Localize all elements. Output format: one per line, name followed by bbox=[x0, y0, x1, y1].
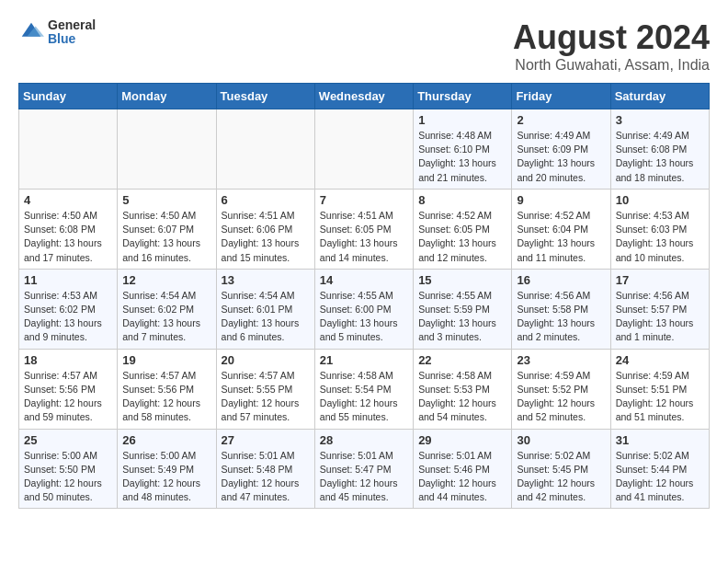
day-number: 6 bbox=[222, 193, 310, 207]
day-info: Sunrise: 4:58 AM Sunset: 5:53 PM Dayligh… bbox=[418, 369, 506, 425]
day-info: Sunrise: 4:49 AM Sunset: 6:09 PM Dayligh… bbox=[517, 129, 605, 185]
day-number: 13 bbox=[222, 273, 310, 287]
calendar-cell: 17Sunrise: 4:56 AM Sunset: 5:57 PM Dayli… bbox=[610, 269, 709, 349]
calendar-cell: 28Sunrise: 5:01 AM Sunset: 5:47 PM Dayli… bbox=[314, 429, 413, 509]
day-info: Sunrise: 5:01 AM Sunset: 5:48 PM Dayligh… bbox=[222, 449, 310, 505]
calendar-cell: 10Sunrise: 4:53 AM Sunset: 6:03 PM Dayli… bbox=[610, 189, 709, 269]
day-number: 29 bbox=[418, 433, 506, 447]
calendar-cell: 27Sunrise: 5:01 AM Sunset: 5:48 PM Dayli… bbox=[216, 429, 314, 509]
calendar-cell bbox=[19, 109, 118, 190]
title-area: August 2024 North Guwahati, Assam, India bbox=[513, 18, 710, 74]
day-number: 12 bbox=[122, 273, 210, 287]
calendar-cell: 16Sunrise: 4:56 AM Sunset: 5:58 PM Dayli… bbox=[512, 269, 610, 349]
day-info: Sunrise: 4:56 AM Sunset: 5:58 PM Dayligh… bbox=[517, 289, 605, 345]
calendar-cell: 1Sunrise: 4:48 AM Sunset: 6:10 PM Daylig… bbox=[414, 109, 512, 190]
calendar-cell bbox=[118, 109, 216, 190]
day-number: 10 bbox=[616, 193, 704, 207]
calendar-cell: 9Sunrise: 4:52 AM Sunset: 6:04 PM Daylig… bbox=[512, 189, 610, 269]
day-info: Sunrise: 5:01 AM Sunset: 5:47 PM Dayligh… bbox=[320, 449, 408, 505]
logo-general: General bbox=[48, 18, 96, 32]
day-info: Sunrise: 4:56 AM Sunset: 5:57 PM Dayligh… bbox=[616, 289, 704, 345]
calendar-cell: 2Sunrise: 4:49 AM Sunset: 6:09 PM Daylig… bbox=[512, 109, 610, 190]
calendar-cell: 3Sunrise: 4:49 AM Sunset: 6:08 PM Daylig… bbox=[610, 109, 709, 190]
day-info: Sunrise: 4:54 AM Sunset: 6:02 PM Dayligh… bbox=[122, 289, 210, 345]
day-info: Sunrise: 4:58 AM Sunset: 5:54 PM Dayligh… bbox=[320, 369, 408, 425]
day-info: Sunrise: 4:51 AM Sunset: 6:05 PM Dayligh… bbox=[320, 209, 408, 265]
page-header: General Blue August 2024 North Guwahati,… bbox=[18, 18, 710, 74]
day-number: 30 bbox=[517, 433, 605, 447]
day-info: Sunrise: 4:52 AM Sunset: 6:04 PM Dayligh… bbox=[517, 209, 605, 265]
day-info: Sunrise: 4:53 AM Sunset: 6:02 PM Dayligh… bbox=[24, 289, 112, 345]
day-number: 9 bbox=[517, 193, 605, 207]
logo-text: General Blue bbox=[48, 18, 96, 47]
day-info: Sunrise: 4:52 AM Sunset: 6:05 PM Dayligh… bbox=[418, 209, 506, 265]
day-info: Sunrise: 4:54 AM Sunset: 6:01 PM Dayligh… bbox=[222, 289, 310, 345]
day-info: Sunrise: 5:00 AM Sunset: 5:50 PM Dayligh… bbox=[24, 449, 112, 505]
header-day: Tuesday bbox=[216, 84, 314, 109]
day-number: 14 bbox=[320, 273, 408, 287]
day-number: 21 bbox=[320, 353, 408, 367]
day-number: 11 bbox=[24, 273, 112, 287]
day-number: 19 bbox=[122, 353, 210, 367]
calendar-cell: 23Sunrise: 4:59 AM Sunset: 5:52 PM Dayli… bbox=[512, 349, 610, 429]
day-number: 31 bbox=[616, 433, 704, 447]
calendar-cell: 5Sunrise: 4:50 AM Sunset: 6:07 PM Daylig… bbox=[118, 189, 216, 269]
day-number: 1 bbox=[418, 113, 506, 127]
calendar-cell: 24Sunrise: 4:59 AM Sunset: 5:51 PM Dayli… bbox=[610, 349, 709, 429]
day-info: Sunrise: 4:59 AM Sunset: 5:51 PM Dayligh… bbox=[616, 369, 704, 425]
calendar-cell: 19Sunrise: 4:57 AM Sunset: 5:56 PM Dayli… bbox=[118, 349, 216, 429]
header-day: Wednesday bbox=[314, 84, 413, 109]
day-info: Sunrise: 5:00 AM Sunset: 5:49 PM Dayligh… bbox=[122, 449, 210, 505]
day-info: Sunrise: 4:48 AM Sunset: 6:10 PM Dayligh… bbox=[418, 129, 506, 185]
day-info: Sunrise: 4:53 AM Sunset: 6:03 PM Dayligh… bbox=[616, 209, 704, 265]
day-info: Sunrise: 5:02 AM Sunset: 5:45 PM Dayligh… bbox=[517, 449, 605, 505]
day-info: Sunrise: 4:59 AM Sunset: 5:52 PM Dayligh… bbox=[517, 369, 605, 425]
calendar-body: 1Sunrise: 4:48 AM Sunset: 6:10 PM Daylig… bbox=[19, 109, 710, 509]
calendar-header: SundayMondayTuesdayWednesdayThursdayFrid… bbox=[19, 84, 710, 109]
calendar-cell: 21Sunrise: 4:58 AM Sunset: 5:54 PM Dayli… bbox=[314, 349, 413, 429]
day-info: Sunrise: 4:50 AM Sunset: 6:08 PM Dayligh… bbox=[24, 209, 112, 265]
day-info: Sunrise: 4:51 AM Sunset: 6:06 PM Dayligh… bbox=[222, 209, 310, 265]
day-info: Sunrise: 4:57 AM Sunset: 5:55 PM Dayligh… bbox=[222, 369, 310, 425]
day-number: 7 bbox=[320, 193, 408, 207]
calendar-cell: 25Sunrise: 5:00 AM Sunset: 5:50 PM Dayli… bbox=[19, 429, 118, 509]
calendar-cell: 18Sunrise: 4:57 AM Sunset: 5:56 PM Dayli… bbox=[19, 349, 118, 429]
calendar-week-row: 18Sunrise: 4:57 AM Sunset: 5:56 PM Dayli… bbox=[19, 349, 710, 429]
header-row: SundayMondayTuesdayWednesdayThursdayFrid… bbox=[19, 84, 710, 109]
calendar-cell bbox=[216, 109, 314, 190]
calendar-cell: 13Sunrise: 4:54 AM Sunset: 6:01 PM Dayli… bbox=[216, 269, 314, 349]
calendar-week-row: 11Sunrise: 4:53 AM Sunset: 6:02 PM Dayli… bbox=[19, 269, 710, 349]
day-number: 15 bbox=[418, 273, 506, 287]
calendar-cell: 29Sunrise: 5:01 AM Sunset: 5:46 PM Dayli… bbox=[414, 429, 512, 509]
day-info: Sunrise: 5:02 AM Sunset: 5:44 PM Dayligh… bbox=[616, 449, 704, 505]
location-title: North Guwahati, Assam, India bbox=[513, 57, 710, 74]
day-number: 23 bbox=[517, 353, 605, 367]
calendar-week-row: 25Sunrise: 5:00 AM Sunset: 5:50 PM Dayli… bbox=[19, 429, 710, 509]
calendar-cell: 11Sunrise: 4:53 AM Sunset: 6:02 PM Dayli… bbox=[19, 269, 118, 349]
calendar-cell: 20Sunrise: 4:57 AM Sunset: 5:55 PM Dayli… bbox=[216, 349, 314, 429]
logo: General Blue bbox=[18, 18, 96, 47]
day-number: 26 bbox=[122, 433, 210, 447]
day-number: 3 bbox=[616, 113, 704, 127]
logo-blue: Blue bbox=[48, 32, 96, 46]
day-number: 16 bbox=[517, 273, 605, 287]
calendar-cell bbox=[314, 109, 413, 190]
calendar-week-row: 1Sunrise: 4:48 AM Sunset: 6:10 PM Daylig… bbox=[19, 109, 710, 190]
header-day: Thursday bbox=[414, 84, 512, 109]
day-number: 8 bbox=[418, 193, 506, 207]
month-title: August 2024 bbox=[513, 18, 710, 57]
day-info: Sunrise: 4:57 AM Sunset: 5:56 PM Dayligh… bbox=[122, 369, 210, 425]
logo-icon bbox=[18, 19, 44, 45]
calendar-cell: 4Sunrise: 4:50 AM Sunset: 6:08 PM Daylig… bbox=[19, 189, 118, 269]
day-number: 2 bbox=[517, 113, 605, 127]
header-day: Monday bbox=[118, 84, 216, 109]
day-info: Sunrise: 4:57 AM Sunset: 5:56 PM Dayligh… bbox=[24, 369, 112, 425]
day-number: 25 bbox=[24, 433, 112, 447]
day-number: 27 bbox=[222, 433, 310, 447]
header-day: Saturday bbox=[610, 84, 709, 109]
day-info: Sunrise: 4:50 AM Sunset: 6:07 PM Dayligh… bbox=[122, 209, 210, 265]
day-number: 24 bbox=[616, 353, 704, 367]
calendar-cell: 12Sunrise: 4:54 AM Sunset: 6:02 PM Dayli… bbox=[118, 269, 216, 349]
header-day: Sunday bbox=[19, 84, 118, 109]
day-number: 28 bbox=[320, 433, 408, 447]
